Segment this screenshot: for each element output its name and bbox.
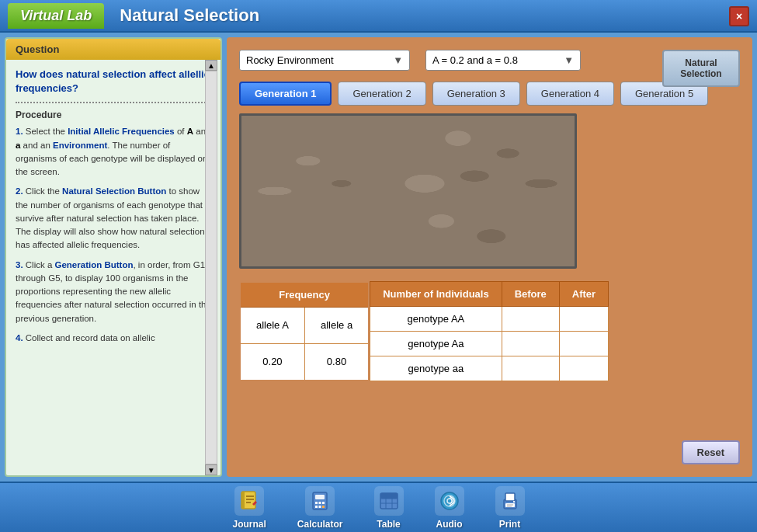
footer: Journal Calculator xyxy=(0,482,757,532)
footer-print[interactable]: Print xyxy=(495,486,525,530)
table-icon xyxy=(374,486,404,516)
table-row: allele A allele a xyxy=(240,308,369,344)
left-panel: Question How does natural selection affe… xyxy=(5,37,222,477)
svg-rect-1 xyxy=(241,492,245,509)
rocky-environment-visual xyxy=(241,116,575,266)
step-1-a: A xyxy=(187,127,193,136)
scrollbar-track xyxy=(205,71,217,464)
genotype-small-aa-after xyxy=(559,356,608,381)
before-header: Before xyxy=(502,282,559,307)
genotype-aa-mixed-after xyxy=(559,332,608,356)
data-table-container: Frequency allele A allele a 0.20 0.80 xyxy=(239,281,740,381)
audio-icon xyxy=(435,486,464,516)
allele-small-a-value: 0.80 xyxy=(304,343,369,381)
genotype-aa-mixed-before xyxy=(502,332,559,356)
table-row: 0.20 0.80 xyxy=(240,343,369,381)
scroll-up-button[interactable]: ▲ xyxy=(205,60,217,71)
step-1-bold1: Initial Allelic Frequencies xyxy=(68,127,175,136)
step-1-num: 1. xyxy=(16,127,23,136)
generation-4-button[interactable]: Generation 4 xyxy=(526,82,614,106)
generation-3-button[interactable]: Generation 3 xyxy=(432,82,520,106)
journal-icon xyxy=(234,486,264,516)
step-1: 1. Select the Initial Allelic Frequencie… xyxy=(16,125,211,179)
calculator-label: Calculator xyxy=(297,519,343,530)
journal-label: Journal xyxy=(232,519,266,530)
step-1-env: Environment xyxy=(53,141,107,150)
print-label: Print xyxy=(499,519,520,530)
footer-journal[interactable]: Journal xyxy=(232,486,266,530)
close-button[interactable]: × xyxy=(729,6,749,26)
frequency-dropdown[interactable]: A = 0.2 and a = 0.8 ▼ xyxy=(425,50,581,71)
genotype-aa-label: genotype AA xyxy=(370,307,502,332)
main-layout: Question How does natural selection affe… xyxy=(0,33,757,482)
svg-rect-14 xyxy=(380,493,398,499)
audio-label: Audio xyxy=(436,519,463,530)
step-3: 3. Click a Generation Button, in order, … xyxy=(16,259,211,325)
genotype-aa-before xyxy=(502,307,559,332)
step-2: 2. Click the Natural Selection Button to… xyxy=(16,185,211,252)
header: Virtual Lab Natural Selection × xyxy=(0,0,757,33)
nat-sel-line1: Natural xyxy=(673,57,729,68)
table-row: genotype AA xyxy=(370,307,609,332)
footer-calculator[interactable]: Calculator xyxy=(297,486,343,530)
frequency-value: A = 0.2 and a = 0.8 xyxy=(432,54,518,66)
question-tab: Question xyxy=(6,39,221,60)
svg-rect-8 xyxy=(319,502,321,504)
svg-rect-25 xyxy=(513,501,515,502)
step-3-bold: Generation Button xyxy=(55,260,134,269)
right-panel: Natural Selection Rocky Environment ▼ A … xyxy=(227,37,752,477)
svg-rect-12 xyxy=(322,506,325,508)
procedure-title: Procedure xyxy=(16,110,211,120)
svg-rect-7 xyxy=(315,502,318,504)
scroll-down-button[interactable]: ▼ xyxy=(205,464,217,475)
step-4: 4. Collect and record data on allelic xyxy=(16,332,211,345)
app-title: Natural Selection xyxy=(120,5,259,26)
table-label: Table xyxy=(377,519,400,530)
step-2-num: 2. xyxy=(16,186,23,196)
step-4-num: 4. xyxy=(16,333,23,342)
print-icon xyxy=(495,486,525,516)
num-individuals-header: Number of Individuals xyxy=(370,282,502,307)
frequency-table: Frequency allele A allele a 0.20 0.80 xyxy=(239,281,370,381)
reset-button[interactable]: Reset xyxy=(682,440,740,464)
svg-rect-11 xyxy=(319,506,321,508)
generation-1-button[interactable]: Generation 1 xyxy=(239,82,332,106)
natural-selection-button[interactable]: Natural Selection xyxy=(662,50,740,87)
environment-dropdown-arrow: ▼ xyxy=(393,54,403,66)
genotype-aa-after xyxy=(559,307,608,332)
footer-table[interactable]: Table xyxy=(374,486,404,530)
after-header: After xyxy=(559,282,608,307)
step-1-small-a: a xyxy=(16,141,20,150)
step-2-bold: Natural Selection Button xyxy=(62,186,166,196)
individuals-table: Number of Individuals Before After genot… xyxy=(370,281,609,381)
genotype-small-aa-label: genotype aa xyxy=(370,356,502,381)
genotype-aa-mixed-label: genotype Aa xyxy=(370,332,502,356)
footer-audio[interactable]: Audio xyxy=(435,486,464,530)
allele-a-label: allele A xyxy=(240,308,304,344)
frequency-dropdown-arrow: ▼ xyxy=(564,54,574,66)
divider xyxy=(16,102,211,103)
question-content: How does natural selection affect allell… xyxy=(6,60,221,475)
virtual-lab-logo: Virtual Lab xyxy=(8,3,104,29)
svg-rect-10 xyxy=(315,506,318,508)
allele-small-a-label: allele a xyxy=(304,308,369,344)
nat-sel-line2: Selection xyxy=(673,68,729,79)
svg-rect-6 xyxy=(315,495,325,499)
svg-rect-9 xyxy=(322,502,325,504)
environment-dropdown[interactable]: Rocky Environment ▼ xyxy=(239,50,410,71)
environment-value: Rocky Environment xyxy=(246,54,334,66)
calculator-icon xyxy=(305,486,335,516)
allele-a-value: 0.20 xyxy=(240,343,304,381)
generation-2-button[interactable]: Generation 2 xyxy=(338,82,425,106)
frequency-header: Frequency xyxy=(240,282,369,308)
svg-rect-23 xyxy=(505,493,515,501)
table-row: genotype aa xyxy=(370,356,609,381)
step-3-num: 3. xyxy=(16,260,23,269)
question-text: How does natural selection affect allell… xyxy=(16,68,211,96)
environment-image xyxy=(239,113,577,269)
genotype-small-aa-before xyxy=(502,356,559,381)
table-row: genotype Aa xyxy=(370,332,609,356)
